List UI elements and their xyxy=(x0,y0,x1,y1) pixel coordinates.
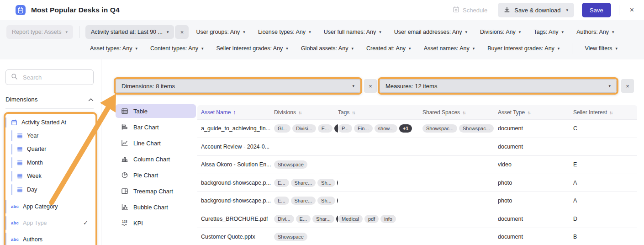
chart-type-treemap-chart[interactable]: Treemap Chart xyxy=(116,184,196,198)
column-header-divisions[interactable]: Divisions↑↓ xyxy=(274,109,338,116)
chart-type-label: Table xyxy=(133,108,148,115)
tag-chip[interactable]: Fin... xyxy=(354,124,372,133)
sidebar-item-month[interactable]: Month xyxy=(5,156,95,170)
tag-chip[interactable]: Share... xyxy=(291,179,316,187)
filter-created-at[interactable]: Created at: Any▾ xyxy=(366,45,411,52)
tag-chip[interactable]: pdf xyxy=(364,215,379,223)
more-count-badge[interactable]: +7 xyxy=(337,197,338,205)
table-row[interactable]: Customer Quote.pptxShowspacedocumentB xyxy=(197,228,637,245)
filter-tags[interactable]: Tags: Any▾ xyxy=(533,29,564,35)
sidebar-item-year[interactable]: Year xyxy=(5,129,95,143)
filter-asset-types[interactable]: Asset types: Any▾ xyxy=(90,45,137,52)
chart-type-kpi[interactable]: 123KPI xyxy=(116,216,196,230)
remove-activity-filter-button[interactable]: × xyxy=(175,25,189,39)
tag-chip[interactable]: E... xyxy=(274,179,289,187)
search-input[interactable] xyxy=(22,74,88,81)
remove-dimensions-button[interactable]: × xyxy=(364,79,377,93)
filter-label: Divisions: Any xyxy=(480,29,516,35)
filter-content-types[interactable]: Content types: Any▾ xyxy=(150,45,203,52)
table-row[interactable]: Aissa Okoro - Solution En...Showspacevid… xyxy=(197,156,637,174)
sidebar-item-activity-started-at[interactable]: Activity Started At xyxy=(5,116,95,129)
filter-user-groups[interactable]: User groups: Any▾ xyxy=(196,29,245,35)
divisions-cell: E...Share...Sh...+7 xyxy=(274,197,338,205)
filter-seller-interest-grades[interactable]: Seller interest grades: Any▾ xyxy=(216,45,288,52)
tag-chip[interactable]: Divi... xyxy=(274,215,294,223)
table-row[interactable]: Account Review - 2024-0...document xyxy=(197,138,637,156)
filter-global-assets[interactable]: Global assets: Any▾ xyxy=(301,45,354,52)
filter-label: User email addresses: Any xyxy=(394,29,462,35)
chart-type-column-chart[interactable]: Column Chart xyxy=(116,152,196,166)
tag-chip[interactable]: Showspac... xyxy=(422,124,457,133)
sidebar-item-authors[interactable]: abcAuthors xyxy=(5,231,95,245)
filter-license-types[interactable]: License types: Any▾ xyxy=(258,29,311,35)
view-filters-button[interactable]: View filters▾ xyxy=(585,45,618,52)
filter-buyer-interest-grades[interactable]: Buyer interest grades: Any▾ xyxy=(487,45,560,52)
table-body: a_guide_to_achieving_fin...Gl...Divisi..… xyxy=(197,120,637,245)
tag-chip[interactable]: E... xyxy=(274,197,289,205)
chart-type-line-chart[interactable]: Line Chart xyxy=(116,136,196,150)
table-chart-icon xyxy=(121,107,128,115)
sort-icon: ↑↓ xyxy=(462,110,465,115)
tag-chip[interactable]: Showspac... xyxy=(459,124,494,133)
column-header-asset-name[interactable]: Asset Name↑ xyxy=(201,109,274,116)
chart-type-bar-chart[interactable]: Bar Chart xyxy=(116,120,196,134)
tag-chip[interactable]: Sh... xyxy=(317,179,335,187)
tag-chip[interactable]: Showspace xyxy=(274,233,307,241)
tag-chip[interactable]: Gl... xyxy=(274,124,290,133)
tag-chip[interactable]: Share... xyxy=(291,197,316,205)
tag-chip[interactable]: P... xyxy=(338,124,352,133)
filter-divider xyxy=(79,26,79,38)
divisions-cell: Showspace xyxy=(274,160,338,169)
more-count-badge[interactable]: +7 xyxy=(337,179,338,187)
filter-authors[interactable]: Authors: Any▾ xyxy=(576,29,614,35)
chart-type-pie-chart[interactable]: Pie Chart xyxy=(116,168,196,182)
save-and-download-button[interactable]: Save & download ▾ xyxy=(498,3,574,17)
list-icon xyxy=(17,146,23,152)
calendar-icon xyxy=(11,119,17,126)
activity-started-filter-chip[interactable]: Activity started at: Last 90 ... ▾ xyxy=(85,25,174,39)
filter-user-full-names[interactable]: User full names: Any▾ xyxy=(324,29,381,35)
tag-chip[interactable]: info xyxy=(380,215,396,223)
measures-selector[interactable]: Measures: 12 items ▾ xyxy=(380,79,617,93)
column-header-tags[interactable]: Tags↑↓ xyxy=(338,109,422,116)
table-row[interactable]: background-showscape.p...E...Share...Sh.… xyxy=(197,174,637,192)
filter-user-email-addresses[interactable]: User email addresses: Any▾ xyxy=(394,29,467,35)
sidebar-search[interactable] xyxy=(5,69,94,85)
tag-chip[interactable]: Shar... xyxy=(312,215,334,223)
close-icon[interactable]: × xyxy=(627,5,637,15)
sidebar-item-quarter[interactable]: Quarter xyxy=(5,143,95,156)
filter-asset-names[interactable]: Asset names: Any▾ xyxy=(424,45,475,52)
remove-measures-button[interactable]: × xyxy=(621,79,634,93)
column-header-shared-spaces[interactable]: Shared Spaces↑↓ xyxy=(422,109,498,116)
list-icon xyxy=(17,160,23,165)
tree-guide-bar xyxy=(11,157,12,168)
filter-label: User full names: Any xyxy=(324,29,376,35)
tag-chip[interactable]: Divisi... xyxy=(292,124,316,133)
sidebar-item-day[interactable]: Day xyxy=(5,183,95,197)
table-row[interactable]: a_guide_to_achieving_fin...Gl...Divisi..… xyxy=(197,120,637,138)
tag-chip[interactable]: E... xyxy=(296,215,311,223)
filter-divisions[interactable]: Divisions: Any▾ xyxy=(480,29,521,35)
dimensions-section-header[interactable]: Dimensions xyxy=(5,93,94,105)
chart-type-table[interactable]: Table xyxy=(116,104,196,118)
table-row[interactable]: Curettes_BROCHURE.pdfDivi...E...Shar...+… xyxy=(197,210,637,229)
sidebar-item-week[interactable]: Week xyxy=(5,170,95,183)
column-header-asset-type[interactable]: Asset Type↑↓ xyxy=(498,109,573,116)
tag-chip[interactable]: Showspace xyxy=(274,160,307,169)
schedule-button[interactable]: Schedule xyxy=(450,5,490,15)
column-header-seller-interest[interactable]: Seller Interest↑↓ xyxy=(573,109,637,116)
tag-chip[interactable]: Medical xyxy=(338,215,363,223)
table-row[interactable]: background-showscape.p...E...Share...Sh.… xyxy=(197,192,637,210)
sidebar-item-app-type[interactable]: abcApp Type✓ xyxy=(5,215,95,231)
chevron-down-icon: ▾ xyxy=(201,47,204,51)
report-type-filter-chip[interactable]: Report type: Assets ▾ xyxy=(6,25,73,39)
chart-type-bubble-chart[interactable]: Bubble Chart xyxy=(116,200,196,214)
dimensions-selector[interactable]: Dimensions: 8 items ▾ xyxy=(116,79,360,93)
tag-chip[interactable]: E... xyxy=(318,124,333,133)
sidebar-item-app-category[interactable]: abcApp Category xyxy=(5,198,95,215)
more-count-badge[interactable]: +1 xyxy=(399,124,412,133)
tag-chip[interactable]: show... xyxy=(375,124,397,133)
tag-chip[interactable]: Sh... xyxy=(317,197,335,205)
more-count-badge[interactable]: +7 xyxy=(334,124,338,133)
save-button[interactable]: Save xyxy=(582,3,611,17)
